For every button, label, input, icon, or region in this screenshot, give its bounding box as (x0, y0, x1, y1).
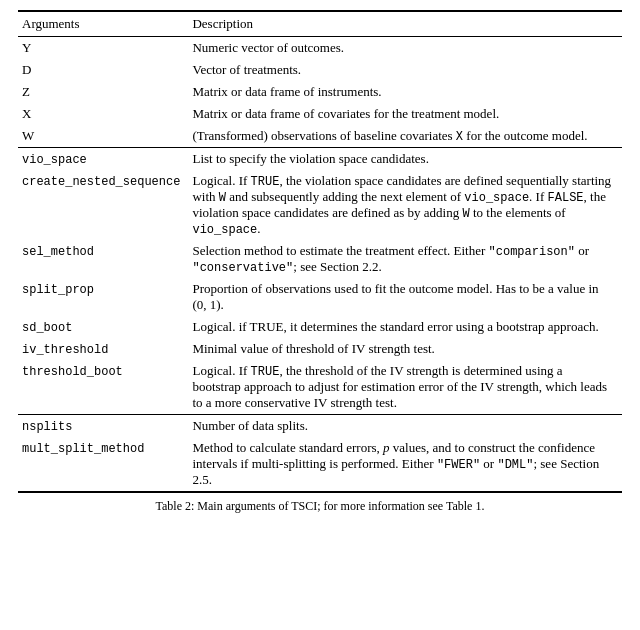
table-header-row: Arguments Description (18, 11, 622, 37)
desc-cell: Matrix or data frame of instruments. (188, 81, 622, 103)
arg-name-code: sel_method (22, 245, 94, 259)
arg-name-code: split_prop (22, 283, 94, 297)
arg-cell: W (18, 125, 188, 148)
table-row: ZMatrix or data frame of instruments. (18, 81, 622, 103)
table-row: XMatrix or data frame of covariates for … (18, 103, 622, 125)
arg-cell: threshold_boot (18, 360, 188, 415)
desc-cell: Logical. If TRUE, the violation space ca… (188, 170, 622, 240)
table-row: YNumeric vector of outcomes. (18, 37, 622, 60)
arg-name-code: threshold_boot (22, 365, 123, 379)
table-row: W(Transformed) observations of baseline … (18, 125, 622, 148)
arg-name-plain: D (22, 62, 31, 77)
arguments-table: Arguments Description YNumeric vector of… (18, 10, 622, 493)
table-row: create_nested_sequenceLogical. If TRUE, … (18, 170, 622, 240)
desc-cell: Matrix or data frame of covariates for t… (188, 103, 622, 125)
arg-name-code: mult_split_method (22, 442, 144, 456)
arg-name-code: create_nested_sequence (22, 175, 180, 189)
table-row: split_propProportion of observations use… (18, 278, 622, 316)
desc-cell: Logical. If TRUE, the threshold of the I… (188, 360, 622, 415)
table-row: vio_spaceList to specify the violation s… (18, 148, 622, 171)
arg-name-code: sd_boot (22, 321, 72, 335)
table-row: nsplitsNumber of data splits. (18, 415, 622, 438)
table-row: sd_bootLogical. if TRUE, it determines t… (18, 316, 622, 338)
table-row: mult_split_methodMethod to calculate sta… (18, 437, 622, 492)
desc-cell: Method to calculate standard errors, p v… (188, 437, 622, 492)
desc-cell: (Transformed) observations of baseline c… (188, 125, 622, 148)
arg-cell: D (18, 59, 188, 81)
table-caption: Table 2: Main arguments of TSCI; for mor… (18, 493, 622, 514)
header-description: Description (188, 11, 622, 37)
arg-name-code: nsplits (22, 420, 72, 434)
arg-cell: Z (18, 81, 188, 103)
desc-cell: Proportion of observations used to fit t… (188, 278, 622, 316)
arg-cell: mult_split_method (18, 437, 188, 492)
table-row: iv_thresholdMinimal value of threshold o… (18, 338, 622, 360)
desc-cell: Minimal value of threshold of IV strengt… (188, 338, 622, 360)
arg-name-plain: Z (22, 84, 30, 99)
desc-cell: Vector of treatments. (188, 59, 622, 81)
arg-cell: sd_boot (18, 316, 188, 338)
desc-cell: Number of data splits. (188, 415, 622, 438)
arg-name-plain: Y (22, 40, 31, 55)
arg-name-plain: W (22, 128, 34, 143)
table-container: Arguments Description YNumeric vector of… (0, 0, 640, 524)
arg-cell: vio_space (18, 148, 188, 171)
arg-cell: X (18, 103, 188, 125)
desc-cell: List to specify the violation space cand… (188, 148, 622, 171)
table-row: DVector of treatments. (18, 59, 622, 81)
table-row: sel_methodSelection method to estimate t… (18, 240, 622, 278)
arg-name-plain: X (22, 106, 31, 121)
arg-cell: create_nested_sequence (18, 170, 188, 240)
arg-name-code: iv_threshold (22, 343, 108, 357)
arg-cell: split_prop (18, 278, 188, 316)
table-row: threshold_bootLogical. If TRUE, the thre… (18, 360, 622, 415)
header-arguments: Arguments (18, 11, 188, 37)
arg-cell: sel_method (18, 240, 188, 278)
arg-cell: iv_threshold (18, 338, 188, 360)
arg-name-code: vio_space (22, 153, 87, 167)
desc-cell: Logical. if TRUE, it determines the stan… (188, 316, 622, 338)
desc-cell: Selection method to estimate the treatme… (188, 240, 622, 278)
arg-cell: Y (18, 37, 188, 60)
desc-cell: Numeric vector of outcomes. (188, 37, 622, 60)
arg-cell: nsplits (18, 415, 188, 438)
